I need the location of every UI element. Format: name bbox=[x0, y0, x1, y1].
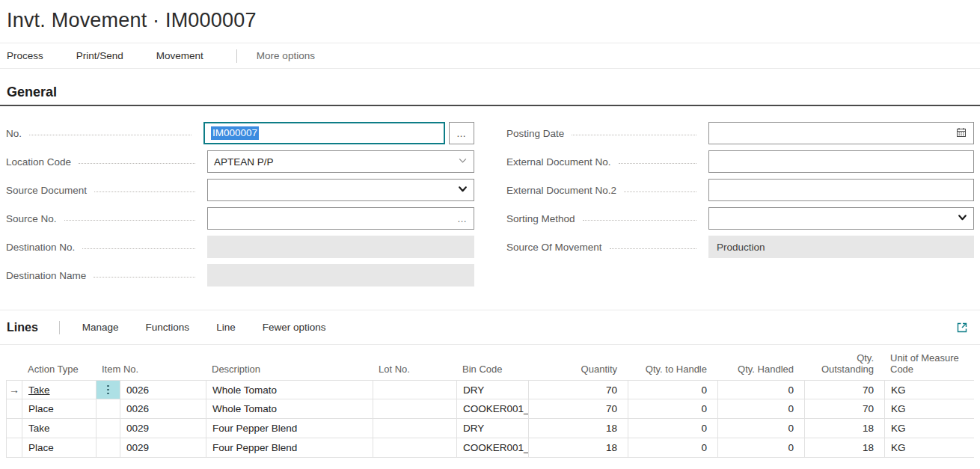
row-indicator-arrow-icon[interactable]: → bbox=[7, 381, 22, 399]
lines-header-divider bbox=[59, 321, 60, 334]
cell-qty-handled[interactable]: 0 bbox=[718, 381, 805, 399]
cell-action-type[interactable]: Place bbox=[22, 438, 97, 457]
cell-uom[interactable]: KG bbox=[885, 438, 974, 457]
focus-mode-icon[interactable] bbox=[956, 322, 968, 334]
more-options-button[interactable]: More options bbox=[257, 50, 315, 61]
cell-lot-no[interactable] bbox=[373, 381, 457, 399]
cell-item-no[interactable]: 0029 bbox=[120, 438, 206, 457]
cell-qty-outstanding[interactable]: 18 bbox=[805, 438, 885, 457]
cell-uom[interactable]: KG bbox=[885, 399, 974, 418]
source-no-input[interactable]: … bbox=[207, 207, 474, 230]
menu-process[interactable]: Process bbox=[7, 50, 43, 61]
cell-item-no[interactable]: 0029 bbox=[120, 419, 206, 438]
fewer-options-button[interactable]: Fewer options bbox=[263, 322, 326, 333]
cell-qty-to-handle[interactable]: 0 bbox=[628, 381, 718, 399]
cell-qty-to-handle[interactable]: 0 bbox=[628, 438, 718, 457]
cell-description[interactable]: Four Pepper Blend bbox=[206, 438, 373, 457]
cell-qty-to-handle[interactable]: 0 bbox=[628, 399, 718, 418]
cell-qty-outstanding[interactable]: 70 bbox=[805, 399, 885, 418]
cell-qty-to-handle[interactable]: 0 bbox=[628, 419, 718, 438]
select-chevron-down-icon[interactable] bbox=[958, 212, 967, 224]
cell-description[interactable]: Whole Tomato bbox=[206, 381, 373, 399]
header-lot-no[interactable]: Lot No. bbox=[373, 364, 456, 375]
header-action-type[interactable]: Action Type bbox=[22, 364, 96, 375]
no-input[interactable]: IM000007 bbox=[203, 122, 445, 144]
header-qty-outstanding[interactable]: Qty. Outstanding bbox=[804, 352, 884, 375]
header-bin-code[interactable]: Bin Code bbox=[456, 364, 528, 375]
select-chevron-down-icon[interactable] bbox=[458, 184, 468, 196]
cell-qty-outstanding[interactable]: 70 bbox=[805, 381, 885, 399]
dotted-leader bbox=[29, 135, 192, 135]
row-options-button[interactable] bbox=[97, 381, 120, 399]
header-item-no[interactable]: Item No. bbox=[96, 364, 206, 375]
cell-lot-no[interactable] bbox=[373, 399, 457, 418]
lines-menu-line[interactable]: Line bbox=[216, 322, 236, 333]
cell-lot-no[interactable] bbox=[373, 419, 457, 438]
lines-menu-functions[interactable]: Functions bbox=[146, 322, 190, 333]
no-assist-edit-button[interactable]: … bbox=[449, 122, 474, 144]
cell-uom[interactable]: KG bbox=[885, 419, 974, 438]
source-no-ellipsis-icon[interactable]: … bbox=[457, 213, 468, 224]
row-selector[interactable] bbox=[7, 419, 22, 438]
sorting-method-select[interactable] bbox=[708, 207, 974, 230]
cell-qty-outstanding[interactable]: 18 bbox=[805, 419, 885, 438]
dotted-leader bbox=[94, 191, 195, 192]
cell-quantity[interactable]: 18 bbox=[529, 438, 628, 457]
row-options-button[interactable] bbox=[97, 399, 120, 418]
cell-action-type[interactable]: Take bbox=[22, 381, 97, 399]
lines-section-title[interactable]: Lines bbox=[7, 321, 38, 334]
cell-item-no[interactable]: 0026 bbox=[120, 399, 206, 418]
header-qty-to-handle[interactable]: Qty. to Handle bbox=[628, 364, 717, 375]
cell-quantity[interactable]: 70 bbox=[529, 399, 628, 418]
row-selector[interactable] bbox=[7, 399, 22, 418]
source-document-select[interactable] bbox=[207, 179, 474, 201]
field-sorting-method: Sorting Method bbox=[506, 207, 974, 230]
cell-qty-handled[interactable]: 0 bbox=[718, 438, 805, 457]
lines-table-header: Action Type Item No. Description Lot No.… bbox=[6, 345, 974, 380]
calendar-icon[interactable] bbox=[955, 126, 967, 141]
destination-no-disabled-field bbox=[207, 236, 474, 258]
dotted-leader bbox=[94, 277, 195, 278]
cell-uom[interactable]: KG bbox=[885, 381, 974, 399]
cell-item-no[interactable]: 0026 bbox=[120, 381, 206, 399]
menu-movement[interactable]: Movement bbox=[156, 50, 203, 61]
row-options-button[interactable] bbox=[97, 438, 120, 457]
external-document-no2-input[interactable] bbox=[708, 179, 974, 201]
location-code-input[interactable]: APTEAN P/P bbox=[207, 150, 474, 173]
destination-name-disabled-field bbox=[207, 264, 474, 286]
destination-no-label: Destination No. bbox=[6, 242, 75, 253]
general-section-title[interactable]: General bbox=[7, 85, 980, 100]
external-document-no-input[interactable] bbox=[708, 150, 974, 173]
external-document-no2-text[interactable] bbox=[715, 180, 967, 200]
header-description[interactable]: Description bbox=[206, 364, 373, 375]
header-unit-of-measure-code[interactable]: Unit of Measure Code bbox=[884, 352, 967, 375]
cell-quantity[interactable]: 18 bbox=[529, 419, 628, 438]
cell-action-type[interactable]: Take bbox=[22, 419, 97, 438]
field-location-code: Location Code APTEAN P/P bbox=[6, 150, 474, 173]
chevron-down-icon[interactable] bbox=[458, 156, 468, 168]
general-left-column: No. IM000007 … Location Code APTEA bbox=[6, 122, 474, 286]
header-qty-handled[interactable]: Qty. Handled bbox=[717, 364, 804, 375]
menu-print-send[interactable]: Print/Send bbox=[76, 50, 123, 61]
cell-bin-code[interactable]: DRY bbox=[457, 381, 529, 399]
cell-description[interactable]: Four Pepper Blend bbox=[206, 419, 373, 438]
cell-quantity[interactable]: 70 bbox=[529, 381, 628, 399]
cell-description[interactable]: Whole Tomato bbox=[206, 399, 373, 418]
cell-qty-handled[interactable]: 0 bbox=[718, 399, 805, 418]
sorting-method-label: Sorting Method bbox=[506, 213, 575, 224]
cell-bin-code[interactable]: COOKER001_MO bbox=[457, 438, 529, 457]
cell-action-type[interactable]: Place bbox=[22, 399, 97, 418]
cell-bin-code[interactable]: COOKER001_MO bbox=[457, 399, 529, 418]
action-bar-divider bbox=[236, 49, 237, 63]
external-document-no-text[interactable] bbox=[715, 151, 967, 172]
header-quantity[interactable]: Quantity bbox=[528, 364, 628, 375]
cell-qty-handled[interactable]: 0 bbox=[718, 419, 805, 438]
row-options-button[interactable] bbox=[97, 419, 120, 438]
general-form: No. IM000007 … Location Code APTEA bbox=[0, 106, 980, 286]
row-selector[interactable] bbox=[7, 438, 22, 457]
lines-menu-manage[interactable]: Manage bbox=[82, 322, 119, 333]
cell-bin-code[interactable]: DRY bbox=[457, 419, 529, 438]
vertical-ellipsis-icon bbox=[107, 385, 109, 395]
posting-date-input[interactable] bbox=[708, 122, 974, 144]
cell-lot-no[interactable] bbox=[373, 438, 457, 457]
